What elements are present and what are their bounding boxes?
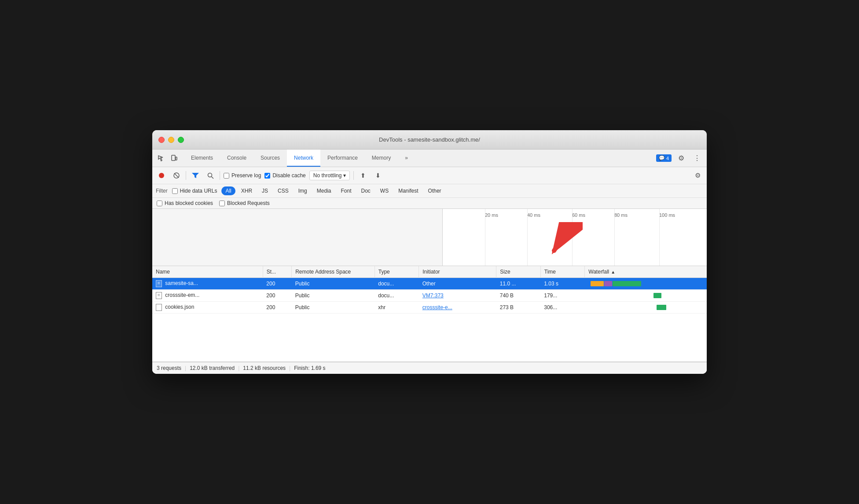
filter-button[interactable]	[190, 170, 201, 181]
col-header-type[interactable]: Type	[374, 266, 419, 278]
tab-network[interactable]: Network	[287, 150, 320, 167]
timeline-left-gutter	[152, 209, 443, 266]
blocked-requests-input[interactable]	[219, 201, 225, 206]
svg-line-4	[174, 173, 179, 178]
statusbar-sep-1: |	[185, 365, 186, 371]
tabbar: Elements Console Sources Network Perform…	[152, 150, 707, 167]
statusbar-sep-3: |	[289, 365, 290, 371]
row1-remote: Public	[292, 278, 375, 290]
filter-chip-all[interactable]: All	[221, 186, 235, 195]
row1-waterfall	[585, 278, 707, 290]
filter-chip-ws[interactable]: WS	[376, 186, 393, 195]
upload-button[interactable]: ⬆	[357, 170, 369, 181]
filter-chip-img[interactable]: Img	[294, 186, 311, 195]
close-button[interactable]	[158, 137, 165, 143]
row1-size: 11.0 ...	[496, 278, 541, 290]
device-icon[interactable]	[169, 153, 180, 164]
disable-cache-input[interactable]	[264, 173, 270, 179]
row2-remote: Public	[292, 290, 375, 302]
filterbar: Filter Hide data URLs All XHR JS CSS Img…	[152, 184, 707, 198]
filter-chip-font[interactable]: Font	[337, 186, 355, 195]
devtools-body: Elements Console Sources Network Perform…	[152, 150, 707, 374]
tick-line-80	[614, 209, 615, 266]
filter-chip-doc[interactable]: Doc	[357, 186, 374, 195]
has-blocked-cookies-input[interactable]	[157, 201, 162, 206]
status-transferred: 12.0 kB transferred	[190, 365, 235, 371]
filter-chip-manifest[interactable]: Manifest	[394, 186, 422, 195]
col-header-waterfall[interactable]: Waterfall ▲	[585, 266, 682, 278]
filter-chip-js[interactable]: JS	[258, 186, 272, 195]
table-row[interactable]: ≡ samesite-sa... 200 Public docu... Othe…	[152, 278, 707, 290]
col-header-initiator[interactable]: Initiator	[419, 266, 496, 278]
settings-icon-btn[interactable]: ⚙	[675, 152, 687, 164]
row2-time: 179...	[540, 290, 585, 302]
console-badge[interactable]: 💬 4	[656, 154, 672, 162]
record-button[interactable]	[156, 170, 167, 181]
col-header-remote[interactable]: Remote Address Space	[292, 266, 375, 278]
row2-initiator-link[interactable]: VM7:373	[422, 292, 444, 299]
filter-chip-media[interactable]: Media	[313, 186, 335, 195]
wf-bar-green-3	[657, 305, 666, 310]
row2-icon: ≡	[156, 292, 162, 299]
row3-icon	[156, 304, 162, 311]
filterbar2: Has blocked cookies Blocked Requests	[152, 198, 707, 209]
preserve-log-checkbox[interactable]: Preserve log	[224, 172, 261, 179]
throttle-arrow: ▾	[343, 172, 346, 179]
wf-bar-purple	[604, 281, 612, 286]
filter-label: Filter	[156, 188, 168, 194]
row3-time: 306...	[540, 302, 585, 314]
download-button[interactable]: ⬇	[372, 170, 384, 181]
filter-chip-css[interactable]: CSS	[274, 186, 293, 195]
tabbar-left-icons	[156, 153, 180, 164]
clear-button[interactable]	[171, 170, 182, 181]
preserve-log-input[interactable]	[224, 173, 229, 179]
throttle-select[interactable]: No throttling ▾	[309, 171, 350, 180]
network-settings-button[interactable]: ⚙	[692, 170, 703, 181]
minimize-button[interactable]	[168, 137, 174, 143]
col-header-status[interactable]: St...	[263, 266, 291, 278]
has-blocked-cookies-label: Has blocked cookies	[165, 200, 213, 206]
preserve-log-label: Preserve log	[231, 172, 261, 179]
wf-bar-orange	[591, 281, 604, 286]
row2-status: 200	[263, 290, 291, 302]
table-empty-space	[152, 314, 707, 362]
tab-elements[interactable]: Elements	[184, 150, 220, 167]
tick-line-20	[485, 209, 485, 266]
has-blocked-cookies-checkbox[interactable]: Has blocked cookies	[157, 200, 213, 206]
network-table-container: Name St... Remote Address Space Type Ini…	[152, 266, 707, 314]
tab-performance[interactable]: Performance	[320, 150, 365, 167]
row2-waterfall	[585, 290, 707, 302]
more-icon-btn[interactable]: ⋮	[691, 152, 703, 164]
tab-console[interactable]: Console	[220, 150, 253, 167]
table-row[interactable]: ≡ crosssite-em... 200 Public docu... VM7…	[152, 290, 707, 302]
row2-name: ≡ crosssite-em...	[152, 290, 263, 302]
badge-count: 4	[666, 156, 669, 161]
tab-more[interactable]: »	[398, 150, 415, 167]
tab-sources[interactable]: Sources	[253, 150, 287, 167]
tab-memory[interactable]: Memory	[365, 150, 398, 167]
svg-point-2	[159, 173, 164, 178]
toolbar-divider-2	[220, 171, 220, 180]
hide-data-urls-checkbox[interactable]: Hide data URLs	[172, 188, 217, 194]
col-header-time[interactable]: Time	[540, 266, 585, 278]
status-finish: Finish: 1.69 s	[294, 365, 325, 371]
disable-cache-checkbox[interactable]: Disable cache	[264, 172, 305, 179]
blocked-requests-checkbox[interactable]: Blocked Requests	[219, 200, 270, 206]
svg-point-6	[208, 173, 212, 177]
maximize-button[interactable]	[178, 137, 184, 143]
timeline-label-100ms: 100 ms	[659, 212, 675, 218]
timeline-label-20ms: 20 ms	[485, 212, 498, 218]
tick-line-40	[527, 209, 528, 266]
hide-data-urls-label: Hide data URLs	[180, 188, 217, 194]
statusbar-sep-2: |	[238, 365, 239, 371]
table-row[interactable]: cookies.json 200 Public xhr crosssite-e.…	[152, 302, 707, 314]
inspect-icon[interactable]	[156, 153, 166, 164]
row3-initiator-link[interactable]: crosssite-e...	[422, 304, 452, 310]
col-header-name[interactable]: Name	[152, 266, 263, 278]
col-header-size[interactable]: Size	[496, 266, 541, 278]
filter-chip-xhr[interactable]: XHR	[237, 186, 256, 195]
search-button[interactable]	[205, 170, 216, 181]
filter-chip-other[interactable]: Other	[424, 186, 445, 195]
svg-rect-0	[172, 155, 175, 161]
hide-data-urls-input[interactable]	[172, 188, 178, 194]
